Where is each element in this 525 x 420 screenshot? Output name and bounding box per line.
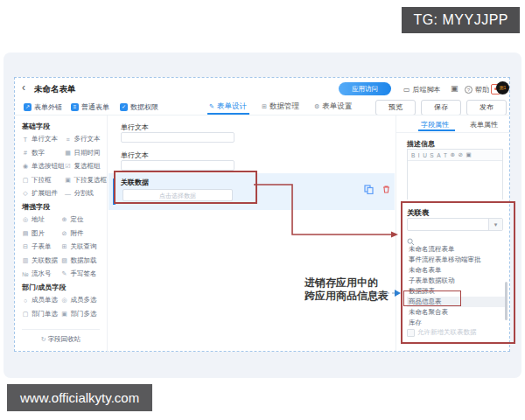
rich-text-toolbar: BIUSAT⊕⊘▣ xyxy=(408,150,502,161)
app-access-button[interactable]: 应用访问 xyxy=(339,82,391,95)
dropdown-option[interactable]: 未命名表单 xyxy=(407,265,506,276)
rich-text-tool-icon[interactable]: ⊘ xyxy=(458,151,462,158)
avatar[interactable]: 测1 xyxy=(496,81,509,94)
tab-normal-form[interactable]: ≡ 普通表单 xyxy=(71,102,109,112)
sidebar-field-item[interactable]: ○成员单选 xyxy=(22,296,61,304)
header-divider: | xyxy=(486,84,487,93)
tab-data-management[interactable]: ⊞ 数据管理 xyxy=(262,102,299,112)
dropdown-option[interactable]: 事件流程表单移动端审批 xyxy=(407,255,506,265)
sidebar-field-item[interactable]: ▦日期时间 xyxy=(65,149,108,158)
field-type-label: 地址 xyxy=(32,215,45,224)
sidebar-field-item[interactable]: ⊕定位 xyxy=(61,215,101,224)
tab-label: 普通表单 xyxy=(81,102,109,112)
tab-label: 表单设计 xyxy=(217,102,247,112)
sidebar-field-item[interactable]: ≡多行文本 xyxy=(65,135,108,144)
field-type-label: 附件 xyxy=(71,229,84,238)
tab-label: 表单外链 xyxy=(34,102,62,112)
scrollbar[interactable] xyxy=(505,282,508,320)
delete-field-icon[interactable] xyxy=(382,185,391,194)
copy-field-icon[interactable] xyxy=(364,185,374,194)
sidebar-field-item[interactable]: ⊟子表单 xyxy=(22,242,61,251)
rich-text-tool-icon[interactable]: T xyxy=(444,152,447,158)
sidebar-field-item[interactable]: ☑复选框组 xyxy=(65,162,108,171)
field-type-icon: ◇ xyxy=(22,190,29,197)
allow-add-linked-data-checkbox[interactable]: 允许新增关联表数据 xyxy=(407,328,477,337)
save-button[interactable]: 保存 xyxy=(421,100,461,116)
sidebar-field-item[interactable]: ◇扩展组件 xyxy=(22,189,65,198)
tab-form-settings[interactable]: ⚙ 表单设置 xyxy=(314,102,352,112)
preview-button[interactable]: 预览 xyxy=(375,100,416,116)
field-label: 关联数据 xyxy=(121,178,149,187)
field-type-icon: № xyxy=(22,271,29,277)
description-textarea[interactable] xyxy=(408,161,502,200)
single-line-text-input[interactable] xyxy=(121,132,234,143)
field-type-icon: ⊕ xyxy=(61,216,68,223)
sidebar-field-item[interactable]: T单行文本 xyxy=(22,135,65,144)
publish-button[interactable]: 发布 xyxy=(466,100,507,116)
field-type-icon: ▢ xyxy=(22,311,29,318)
sidebar-field-item[interactable]: №流水号 xyxy=(22,270,61,278)
field-type-label: 单选按钮组 xyxy=(32,162,65,171)
rich-text-tool-icon[interactable]: S xyxy=(430,152,433,158)
field-recycle-bin-button[interactable]: ↻ 字段回收站 xyxy=(22,329,100,344)
sidebar-field-item[interactable]: ▣部门多选 xyxy=(61,310,101,318)
sidebar-field-item[interactable]: ✎手写签名 xyxy=(61,270,101,278)
field-type-label: 数字 xyxy=(32,149,45,158)
field-type-label: 手写签名 xyxy=(71,270,97,278)
linked-data-picker-input[interactable] xyxy=(122,189,233,201)
option-search-input[interactable] xyxy=(407,234,503,243)
sidebar-field-item[interactable]: ▤图片 xyxy=(22,229,61,238)
field-type-icon: ▢ xyxy=(22,177,29,184)
recycle-label: 字段回收站 xyxy=(48,335,81,343)
linked-table-select[interactable]: ▾ xyxy=(407,218,503,231)
sidebar-section-title: 增强字段 xyxy=(22,202,100,212)
sidebar-field-item[interactable]: ⊞关联查询 xyxy=(61,242,101,251)
dropdown-option[interactable]: 数据源表 xyxy=(407,286,506,297)
dropdown-option[interactable]: 未命名流程表单 xyxy=(407,244,506,255)
tab-field-properties[interactable]: 字段属性 xyxy=(421,120,449,130)
sidebar-field-item[interactable]: ▢部门单选 xyxy=(22,310,61,318)
tab-form-design[interactable]: ✎ 表单设计 xyxy=(209,102,247,112)
sidebar-field-item[interactable]: ▣下拉复选框 xyxy=(65,176,108,185)
chevron-down-icon: ▾ xyxy=(488,219,502,230)
field-type-icon: ○ xyxy=(22,298,29,304)
dropdown-option[interactable]: 商品信息表 xyxy=(407,297,506,307)
dropdown-option[interactable]: 未命名聚合表 xyxy=(407,307,506,318)
tab-data-permission[interactable]: ✓ 数据权限 xyxy=(120,102,158,112)
field-type-icon: ☑ xyxy=(65,163,72,170)
rich-text-tool-icon[interactable]: I xyxy=(418,152,420,158)
sidebar-field-item[interactable]: ▢下拉框 xyxy=(22,176,65,185)
tab-form-properties[interactable]: 表单属性 xyxy=(470,120,498,130)
shortcut-panel-icon[interactable]: ▣ xyxy=(451,84,458,93)
sidebar-field-item[interactable]: ◎地址 xyxy=(22,215,61,224)
sidebar-field-item[interactable]: —分割线 xyxy=(65,189,108,198)
rich-text-tool-icon[interactable]: A xyxy=(437,152,440,158)
field-type-icon: ⊟ xyxy=(22,243,29,250)
panel-divider xyxy=(396,132,512,133)
rich-text-tool-icon[interactable]: ⊕ xyxy=(451,151,455,158)
sidebar-field-item[interactable]: ◎成员多选 xyxy=(61,296,101,304)
linked-data-field-selected[interactable]: 关联数据 xyxy=(108,173,395,210)
field-type-icon: ▨ xyxy=(61,257,68,264)
external-link-icon: ↗ xyxy=(24,103,32,111)
checkbox-label: 允许新增关联表数据 xyxy=(417,328,477,337)
rich-text-tool-icon[interactable]: ▣ xyxy=(466,151,471,158)
dropdown-option[interactable]: 子表单数据联动 xyxy=(407,276,506,286)
field-label: 单行文本 xyxy=(121,150,149,160)
field-type-label: 成员单选 xyxy=(32,296,58,304)
tab-form-external-link[interactable]: ↗ 表单外链 xyxy=(24,102,62,112)
sidebar-field-item[interactable]: #数字 xyxy=(22,149,65,158)
dropdown-option[interactable]: 库存 xyxy=(407,318,506,328)
backend-script-button[interactable]: ▭ 后端脚本 xyxy=(403,85,441,94)
back-icon[interactable]: ‹ xyxy=(22,82,25,93)
sidebar-field-item[interactable]: ⊘附件 xyxy=(61,229,101,238)
sidebar-field-grid: ○成员单选◎成员多选▢部门单选▣部门多选 xyxy=(22,296,100,318)
rich-text-tool-icon[interactable]: B xyxy=(411,152,415,158)
rich-text-tool-icon[interactable]: U xyxy=(423,152,427,158)
single-line-text-input[interactable] xyxy=(121,160,234,171)
field-type-icon: ▦ xyxy=(65,150,72,157)
sidebar-field-item[interactable]: ◉单选按钮组 xyxy=(22,162,65,171)
page: { "overlay": { "tg_badge": "TG: MYYJJPP"… xyxy=(0,0,525,420)
sidebar-field-item[interactable]: ▨数据加载 xyxy=(61,256,101,265)
sidebar-field-item[interactable]: ▥关联数据 xyxy=(22,256,61,265)
